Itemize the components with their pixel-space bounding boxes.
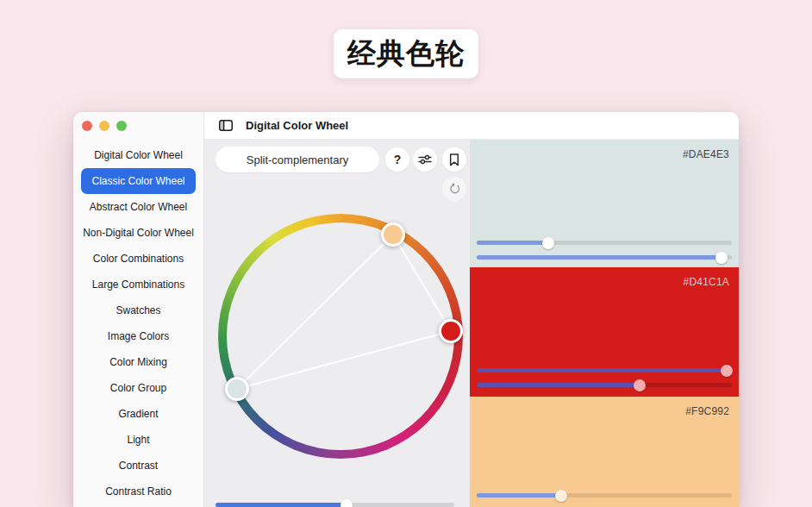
sidebar-item-swatches[interactable]: Swatches xyxy=(81,297,196,323)
wheel-handle-left[interactable] xyxy=(225,377,249,401)
color-wheel-center xyxy=(227,222,454,450)
sidebar-nav: Digital Color Wheel Classic Color Wheel … xyxy=(73,140,203,504)
slider-fill xyxy=(477,383,640,387)
sidebar-item-digital-color-wheel[interactable]: Digital Color Wheel xyxy=(81,142,196,168)
slider-fill xyxy=(477,255,721,260)
color-card-1[interactable]: #DAE4E3 xyxy=(470,140,739,267)
sidebar-item-gradient[interactable]: Gradient xyxy=(81,401,196,427)
card1-slider-1[interactable] xyxy=(477,241,732,245)
reset-button[interactable] xyxy=(442,177,466,201)
slider-knob[interactable] xyxy=(340,499,353,507)
reset-rotate-icon xyxy=(447,182,461,196)
card3-slider-1[interactable] xyxy=(477,493,732,498)
sidebar-item-large-combinations[interactable]: Large Combinations xyxy=(81,272,196,297)
sidebar-toggle-icon xyxy=(219,120,233,131)
traffic-lights xyxy=(73,112,203,140)
card2-slider-1[interactable] xyxy=(477,368,732,372)
content: Split-complementary ? xyxy=(204,140,739,507)
hex-label: #F9C992 xyxy=(685,405,729,417)
minimize-button[interactable] xyxy=(99,121,109,131)
slider-fill xyxy=(215,503,347,507)
help-button[interactable]: ? xyxy=(385,147,409,172)
zoom-button[interactable] xyxy=(116,121,127,131)
sidebar-item-color-combinations[interactable]: Color Combinations xyxy=(81,246,196,272)
slider-knob[interactable] xyxy=(542,237,554,249)
wheel-handle-right[interactable] xyxy=(439,319,463,343)
filters-button[interactable] xyxy=(413,147,437,172)
page-title: 经典色轮 xyxy=(334,29,478,78)
slider-knob[interactable] xyxy=(721,365,733,377)
sidebar-item-contrast[interactable]: Contrast xyxy=(81,453,196,479)
slider-knob[interactable] xyxy=(634,379,646,391)
sidebar-item-classic-color-wheel[interactable]: Classic Color Wheel xyxy=(81,168,196,194)
slider-knob[interactable] xyxy=(555,490,567,502)
window-title: Digital Color Wheel xyxy=(246,119,348,132)
sidebar: Digital Color Wheel Classic Color Wheel … xyxy=(73,112,204,507)
color-cards: #DAE4E3 #D41C1A xyxy=(470,140,739,507)
sidebar-item-light[interactable]: Light xyxy=(81,427,196,453)
bookmark-icon xyxy=(449,153,459,166)
slider-fill xyxy=(477,241,548,245)
card2-slider-2[interactable] xyxy=(477,383,732,387)
slider-knob[interactable] xyxy=(715,252,728,264)
filters-icon xyxy=(418,153,432,166)
bookmark-button[interactable] xyxy=(442,147,466,172)
sidebar-item-image-colors[interactable]: Image Colors xyxy=(81,323,196,349)
wheel-handle-top[interactable] xyxy=(381,222,405,247)
main-area: Digital Color Wheel Split-complementary … xyxy=(204,112,739,507)
sidebar-item-non-digital-color-wheel[interactable]: Non-Digital Color Wheel xyxy=(81,220,196,246)
sidebar-toggle-button[interactable] xyxy=(215,115,237,137)
wheel-bottom-slider[interactable] xyxy=(215,503,454,507)
color-card-3[interactable]: #F9C992 xyxy=(470,397,739,507)
close-button[interactable] xyxy=(82,121,92,131)
slider-fill xyxy=(477,368,727,372)
color-card-2[interactable]: #D41C1A xyxy=(470,267,739,397)
titlebar: Digital Color Wheel xyxy=(204,112,739,140)
sidebar-item-contrast-ratio[interactable]: Contrast Ratio xyxy=(81,479,196,504)
hex-label: #D41C1A xyxy=(684,276,729,288)
slider-fill xyxy=(477,493,561,498)
app-window: Digital Color Wheel Classic Color Wheel … xyxy=(73,112,739,507)
hex-label: #DAE4E3 xyxy=(683,148,729,160)
sidebar-item-color-group[interactable]: Color Group xyxy=(81,375,196,401)
wheel-panel: Split-complementary ? xyxy=(204,140,470,507)
scheme-selector[interactable]: Split-complementary xyxy=(215,147,379,172)
sidebar-item-color-mixing[interactable]: Color Mixing xyxy=(81,349,196,375)
sidebar-item-abstract-color-wheel[interactable]: Abstract Color Wheel xyxy=(81,194,196,220)
card1-slider-2[interactable] xyxy=(477,255,732,260)
